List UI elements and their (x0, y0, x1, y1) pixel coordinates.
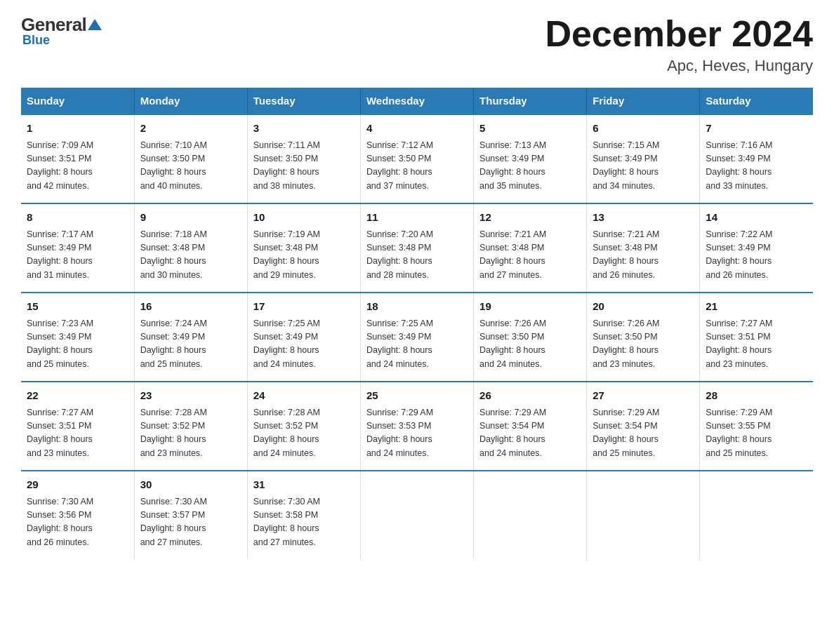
calendar-week-row: 22 Sunrise: 7:27 AM Sunset: 3:51 PM Dayl… (21, 382, 813, 471)
day-number: 3 (253, 121, 355, 137)
logo-blue-text: Blue (22, 33, 50, 48)
day-number: 16 (140, 299, 241, 315)
day-info: Sunrise: 7:10 AM Sunset: 3:50 PM Dayligh… (140, 139, 241, 194)
day-number: 9 (140, 210, 241, 226)
calendar-cell: 4 Sunrise: 7:12 AM Sunset: 3:50 PM Dayli… (360, 114, 473, 203)
calendar-cell: 26 Sunrise: 7:29 AM Sunset: 3:54 PM Dayl… (474, 382, 587, 471)
calendar-cell (587, 471, 700, 559)
location-title: Apc, Heves, Hungary (545, 57, 813, 75)
day-info: Sunrise: 7:23 AM Sunset: 3:49 PM Dayligh… (27, 317, 128, 372)
day-number: 2 (140, 121, 241, 137)
calendar-week-row: 15 Sunrise: 7:23 AM Sunset: 3:49 PM Dayl… (21, 293, 813, 382)
day-number: 1 (27, 121, 128, 137)
day-info: Sunrise: 7:19 AM Sunset: 3:48 PM Dayligh… (253, 228, 355, 283)
calendar-cell (700, 471, 813, 559)
day-number: 26 (479, 388, 581, 404)
calendar-cell: 25 Sunrise: 7:29 AM Sunset: 3:53 PM Dayl… (360, 382, 473, 471)
calendar-cell: 3 Sunrise: 7:11 AM Sunset: 3:50 PM Dayli… (247, 114, 360, 203)
col-header-friday: Friday (587, 88, 700, 114)
day-info: Sunrise: 7:30 AM Sunset: 3:58 PM Dayligh… (253, 495, 355, 550)
calendar-cell: 9 Sunrise: 7:18 AM Sunset: 3:48 PM Dayli… (134, 203, 247, 293)
day-info: Sunrise: 7:27 AM Sunset: 3:51 PM Dayligh… (706, 317, 807, 372)
day-number: 25 (366, 388, 468, 404)
calendar-cell: 2 Sunrise: 7:10 AM Sunset: 3:50 PM Dayli… (134, 114, 247, 203)
calendar-cell: 1 Sunrise: 7:09 AM Sunset: 3:51 PM Dayli… (21, 114, 134, 203)
calendar-cell: 11 Sunrise: 7:20 AM Sunset: 3:48 PM Dayl… (360, 203, 473, 293)
day-number: 7 (706, 121, 807, 137)
calendar-cell: 21 Sunrise: 7:27 AM Sunset: 3:51 PM Dayl… (700, 293, 813, 382)
day-number: 24 (253, 388, 355, 404)
day-info: Sunrise: 7:25 AM Sunset: 3:49 PM Dayligh… (366, 317, 468, 372)
day-info: Sunrise: 7:26 AM Sunset: 3:50 PM Dayligh… (593, 317, 694, 372)
day-number: 5 (479, 121, 581, 137)
calendar-cell: 16 Sunrise: 7:24 AM Sunset: 3:49 PM Dayl… (134, 293, 247, 382)
day-info: Sunrise: 7:28 AM Sunset: 3:52 PM Dayligh… (140, 406, 241, 461)
calendar-cell: 31 Sunrise: 7:30 AM Sunset: 3:58 PM Dayl… (247, 471, 360, 559)
calendar-table: SundayMondayTuesdayWednesdayThursdayFrid… (21, 88, 813, 559)
day-number: 8 (27, 210, 128, 226)
day-number: 15 (27, 299, 128, 315)
calendar-cell: 10 Sunrise: 7:19 AM Sunset: 3:48 PM Dayl… (247, 203, 360, 293)
calendar-week-row: 8 Sunrise: 7:17 AM Sunset: 3:49 PM Dayli… (21, 203, 813, 293)
day-number: 22 (27, 388, 128, 404)
day-info: Sunrise: 7:21 AM Sunset: 3:48 PM Dayligh… (593, 228, 694, 283)
calendar-cell: 30 Sunrise: 7:30 AM Sunset: 3:57 PM Dayl… (134, 471, 247, 559)
calendar-cell: 22 Sunrise: 7:27 AM Sunset: 3:51 PM Dayl… (21, 382, 134, 471)
day-info: Sunrise: 7:27 AM Sunset: 3:51 PM Dayligh… (27, 406, 128, 461)
day-number: 13 (593, 210, 694, 226)
day-number: 18 (366, 299, 468, 315)
day-info: Sunrise: 7:11 AM Sunset: 3:50 PM Dayligh… (253, 139, 355, 194)
day-number: 29 (27, 477, 128, 493)
day-number: 14 (706, 210, 807, 226)
day-number: 17 (253, 299, 355, 315)
calendar-cell: 6 Sunrise: 7:15 AM Sunset: 3:49 PM Dayli… (587, 114, 700, 203)
col-header-monday: Monday (134, 88, 247, 114)
calendar-cell: 5 Sunrise: 7:13 AM Sunset: 3:49 PM Dayli… (474, 114, 587, 203)
day-info: Sunrise: 7:16 AM Sunset: 3:49 PM Dayligh… (706, 139, 807, 194)
logo-triangle-icon (88, 19, 102, 30)
day-number: 27 (593, 388, 694, 404)
calendar-cell: 17 Sunrise: 7:25 AM Sunset: 3:49 PM Dayl… (247, 293, 360, 382)
day-info: Sunrise: 7:24 AM Sunset: 3:49 PM Dayligh… (140, 317, 241, 372)
day-number: 30 (140, 477, 241, 493)
day-info: Sunrise: 7:30 AM Sunset: 3:56 PM Dayligh… (27, 495, 128, 550)
day-number: 6 (593, 121, 694, 137)
day-info: Sunrise: 7:25 AM Sunset: 3:49 PM Dayligh… (253, 317, 355, 372)
svg-marker-0 (88, 19, 102, 30)
day-info: Sunrise: 7:15 AM Sunset: 3:49 PM Dayligh… (593, 139, 694, 194)
day-info: Sunrise: 7:20 AM Sunset: 3:48 PM Dayligh… (366, 228, 468, 283)
calendar-cell: 28 Sunrise: 7:29 AM Sunset: 3:55 PM Dayl… (700, 382, 813, 471)
calendar-cell: 27 Sunrise: 7:29 AM Sunset: 3:54 PM Dayl… (587, 382, 700, 471)
calendar-cell: 20 Sunrise: 7:26 AM Sunset: 3:50 PM Dayl… (587, 293, 700, 382)
calendar-cell: 23 Sunrise: 7:28 AM Sunset: 3:52 PM Dayl… (134, 382, 247, 471)
day-number: 31 (253, 477, 355, 493)
day-info: Sunrise: 7:09 AM Sunset: 3:51 PM Dayligh… (27, 139, 128, 194)
day-number: 19 (479, 299, 581, 315)
col-header-wednesday: Wednesday (360, 88, 473, 114)
day-info: Sunrise: 7:29 AM Sunset: 3:54 PM Dayligh… (593, 406, 694, 461)
col-header-saturday: Saturday (700, 88, 813, 114)
day-info: Sunrise: 7:29 AM Sunset: 3:55 PM Dayligh… (706, 406, 807, 461)
day-number: 28 (706, 388, 807, 404)
col-header-tuesday: Tuesday (247, 88, 360, 114)
calendar-cell: 18 Sunrise: 7:25 AM Sunset: 3:49 PM Dayl… (360, 293, 473, 382)
day-info: Sunrise: 7:13 AM Sunset: 3:49 PM Dayligh… (479, 139, 581, 194)
day-number: 21 (706, 299, 807, 315)
day-info: Sunrise: 7:29 AM Sunset: 3:54 PM Dayligh… (479, 406, 581, 461)
calendar-cell (360, 471, 473, 559)
day-info: Sunrise: 7:26 AM Sunset: 3:50 PM Dayligh… (479, 317, 581, 372)
logo: General Blue (21, 14, 102, 48)
calendar-header-row: SundayMondayTuesdayWednesdayThursdayFrid… (21, 88, 813, 114)
day-info: Sunrise: 7:21 AM Sunset: 3:48 PM Dayligh… (479, 228, 581, 283)
day-info: Sunrise: 7:28 AM Sunset: 3:52 PM Dayligh… (253, 406, 355, 461)
day-info: Sunrise: 7:17 AM Sunset: 3:49 PM Dayligh… (27, 228, 128, 283)
calendar-cell (474, 471, 587, 559)
day-number: 12 (479, 210, 581, 226)
day-number: 4 (366, 121, 468, 137)
calendar-cell: 13 Sunrise: 7:21 AM Sunset: 3:48 PM Dayl… (587, 203, 700, 293)
calendar-cell: 7 Sunrise: 7:16 AM Sunset: 3:49 PM Dayli… (700, 114, 813, 203)
calendar-cell: 14 Sunrise: 7:22 AM Sunset: 3:49 PM Dayl… (700, 203, 813, 293)
calendar-cell: 12 Sunrise: 7:21 AM Sunset: 3:48 PM Dayl… (474, 203, 587, 293)
col-header-sunday: Sunday (21, 88, 134, 114)
title-block: December 2024 Apc, Heves, Hungary (545, 14, 813, 75)
